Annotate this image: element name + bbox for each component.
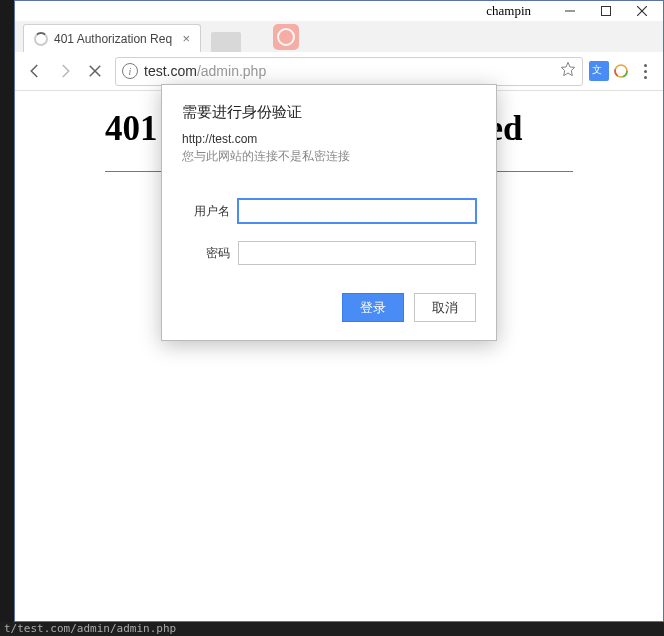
record-badge-icon <box>273 24 299 50</box>
browser-menu-button[interactable] <box>633 64 657 79</box>
maximize-button[interactable] <box>589 1 623 21</box>
auth-dialog: 需要进行身份验证 http://test.com 您与此网站的连接不是私密连接 … <box>161 84 497 341</box>
dialog-host: http://test.com <box>182 132 476 146</box>
stop-button[interactable] <box>81 57 109 85</box>
watermark-text: champin <box>486 3 531 19</box>
svg-rect-1 <box>602 7 611 16</box>
extension-icon[interactable] <box>611 61 631 81</box>
editor-gutter <box>0 0 14 636</box>
username-label: 用户名 <box>182 203 230 220</box>
forward-button[interactable] <box>51 57 79 85</box>
tab-close-icon[interactable]: × <box>182 31 190 46</box>
dialog-title: 需要进行身份验证 <box>182 103 476 122</box>
address-bar[interactable]: i test.com/admin.php <box>115 57 583 86</box>
new-tab-button[interactable] <box>211 32 241 52</box>
page-content: 401 Authorization Required 需要进行身份验证 http… <box>15 91 663 621</box>
tab-strip: 401 Authorization Req × <box>15 21 663 52</box>
svg-marker-6 <box>561 62 574 75</box>
username-input[interactable] <box>238 199 476 223</box>
close-window-button[interactable] <box>625 1 659 21</box>
tab-title-text: 401 Authorization Req <box>54 32 176 46</box>
titlebar: champin <box>15 1 663 21</box>
translate-icon[interactable] <box>589 61 609 81</box>
browser-window: champin 401 Authorization Req × i test.c… <box>14 0 664 622</box>
back-button[interactable] <box>21 57 49 85</box>
editor-status-bar: t/test.com/admin/admin.php <box>0 622 664 636</box>
minimize-button[interactable] <box>553 1 587 21</box>
password-input[interactable] <box>238 241 476 265</box>
password-label: 密码 <box>182 245 230 262</box>
loading-spinner-icon <box>34 32 48 46</box>
url-text: test.com/admin.php <box>144 63 266 79</box>
cancel-button[interactable]: 取消 <box>414 293 476 322</box>
bookmark-star-icon[interactable] <box>560 61 576 81</box>
login-button[interactable]: 登录 <box>342 293 404 322</box>
site-info-icon[interactable]: i <box>122 63 138 79</box>
dialog-note: 您与此网站的连接不是私密连接 <box>182 148 476 165</box>
browser-tab[interactable]: 401 Authorization Req × <box>23 24 201 52</box>
